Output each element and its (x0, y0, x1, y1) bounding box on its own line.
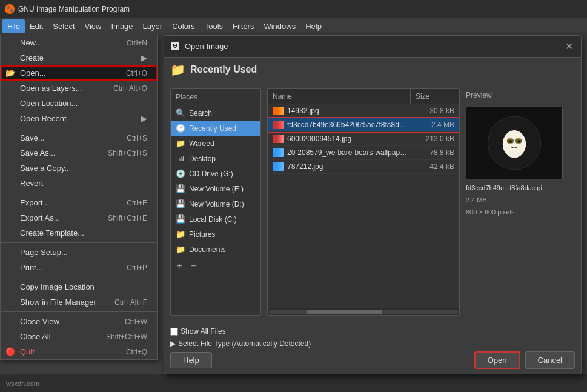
horizontal-scrollbar[interactable] (268, 308, 459, 315)
place-cd-drive[interactable]: 💿 CD Drive (G:) (171, 166, 260, 181)
dialog-close-button[interactable]: ✕ (563, 41, 575, 53)
menu-item-quit[interactable]: 🔴 Quit Ctrl+Q (1, 344, 157, 359)
menu-item-close-all[interactable]: Close All Shift+Ctrl+W (1, 329, 157, 344)
menu-item-open-location[interactable]: Open Location... (1, 96, 157, 111)
menu-item-create-template[interactable]: Create Template... (1, 225, 157, 241)
menu-view[interactable]: View (80, 19, 107, 33)
menu-edit[interactable]: Edit (25, 19, 48, 33)
files-list: 14932.jpg 30.8 kB fd3ccd7b49e366b4206f5a… (268, 104, 459, 308)
files-panel: Name Size 14932.jpg 30.8 kB fd3ccd7b49e3… (267, 88, 460, 316)
menu-item-export-as[interactable]: Export As... Shift+Ctrl+E (1, 210, 157, 225)
menu-item-close-view[interactable]: Close View Ctrl+W (1, 314, 157, 329)
dialog-action-buttons: Open Cancel (474, 351, 575, 369)
menu-item-create[interactable]: Create ▶ (1, 50, 157, 65)
file1-icon (273, 107, 284, 115)
menu-item-revert[interactable]: Revert (1, 176, 157, 191)
size-column-header: Size (411, 89, 459, 104)
svg-rect-7 (508, 139, 514, 143)
dialog-icon: 🖼 (170, 41, 180, 52)
pictures-icon: 📁 (176, 230, 185, 239)
file2-icon (273, 121, 284, 129)
file4-name: 20-208579_we-bare-bears-wallpaper-fre... (287, 148, 408, 157)
file2-size: 2.4 MB (412, 121, 454, 129)
file5-icon (273, 162, 284, 171)
file-item-4[interactable]: 20-208579_we-bare-bears-wallpaper-fre...… (268, 146, 459, 160)
menu-item-copy-image-location[interactable]: Copy Image Location (1, 279, 157, 294)
menu-item-page-setup[interactable]: Page Setup... (1, 245, 157, 260)
separator-3 (1, 242, 157, 243)
file-item-5[interactable]: 787212.jpg 42.4 kB (268, 160, 459, 174)
menu-windows[interactable]: Windows (259, 19, 300, 33)
show-all-files-option[interactable]: Show All Files (170, 327, 226, 336)
place-pictures[interactable]: 📁 Pictures (171, 227, 260, 242)
menu-item-open-layers[interactable]: Open as Layers... Ctrl+Alt+O (1, 81, 157, 96)
menu-filters[interactable]: Filters (228, 19, 259, 33)
menu-item-save-as[interactable]: Save As... Shift+Ctrl+S (1, 145, 157, 161)
menu-item-save-copy[interactable]: Save a Copy... (1, 161, 157, 176)
menu-tools[interactable]: Tools (200, 19, 228, 33)
add-place-button[interactable]: + (173, 260, 185, 272)
menu-image[interactable]: Image (106, 19, 138, 33)
file-dropdown-menu: New... Ctrl+N Create ▶ 📂 Open... Ctrl+O … (0, 35, 158, 360)
file-item-2[interactable]: fd3ccd7b49e366b4206f5ac7f8fa8dac.gif 2.4… (268, 118, 459, 132)
file3-name: 6000200094514.jpg (287, 135, 408, 143)
name-column-header: Name (268, 89, 411, 104)
menu-item-export[interactable]: Export... Ctrl+E (1, 195, 157, 210)
separator-4 (1, 277, 157, 277)
file3-size: 213.0 kB (412, 135, 454, 143)
menu-file[interactable]: File (2, 19, 25, 33)
open-button[interactable]: Open (474, 351, 520, 369)
place-recently-used[interactable]: 🕐 Recently Used (171, 121, 260, 136)
menu-colors[interactable]: Colors (167, 19, 200, 33)
dialog-bottom: Show All Files ▶ Select File Type (Autom… (164, 322, 581, 374)
app-title: GNU Image Manipulation Program (18, 5, 130, 13)
local-disk-icon: 💾 (176, 214, 185, 224)
menu-bar: File Edit Select View Image Layer Colors… (0, 18, 587, 35)
place-wareed[interactable]: 📁 Wareed (171, 136, 260, 151)
help-button[interactable]: Help (170, 352, 212, 368)
search-place-icon: 🔍 (176, 108, 185, 118)
recently-used-place-icon: 🕐 (176, 124, 185, 133)
documents-icon: 📁 (176, 245, 185, 254)
file1-name: 14932.jpg (287, 107, 408, 115)
preview-filename: fd3ccd7b49e...f8fa8dac.gi (466, 184, 575, 191)
place-new-volume-e[interactable]: 💾 New Volume (E:) (171, 181, 260, 196)
svg-rect-8 (516, 139, 522, 143)
place-search[interactable]: 🔍 Search (171, 105, 260, 121)
scrollbar-thumb (307, 310, 382, 314)
separator-1 (1, 128, 157, 128)
recently-used-header: 📁 Recently Used (164, 58, 581, 82)
show-all-files-label: Show All Files (181, 327, 226, 336)
separator-2 (1, 193, 157, 193)
file4-size: 78.8 kB (412, 148, 454, 157)
select-file-type-option[interactable]: ▶ Select File Type (Automatically Detect… (170, 339, 575, 348)
menu-help[interactable]: Help (300, 19, 327, 33)
preview-filesize: 2.4 MB (466, 196, 575, 204)
place-desktop[interactable]: 🖥 Desktop (171, 151, 260, 166)
show-all-files-checkbox[interactable] (170, 328, 178, 336)
scrollbar-track (269, 310, 458, 314)
file-item-1[interactable]: 14932.jpg 30.8 kB (268, 104, 459, 118)
menu-item-print[interactable]: Print... Ctrl+P (1, 260, 157, 275)
menu-item-open[interactable]: 📂 Open... Ctrl+O (1, 65, 157, 81)
place-documents[interactable]: 📁 Documents (171, 242, 260, 257)
cd-drive-icon: 💿 (176, 169, 185, 178)
dialog-title: Open Image (185, 42, 563, 51)
open-icon: 📂 (5, 68, 15, 78)
menu-select[interactable]: Select (48, 19, 79, 33)
place-local-disk[interactable]: 💾 Local Disk (C:) (171, 211, 260, 227)
open-image-dialog: 🖼 Open Image ✕ 📁 Recently Used Places 🔍 … (164, 35, 582, 374)
cancel-button[interactable]: Cancel (525, 351, 575, 369)
file-item-3[interactable]: 6000200094514.jpg 213.0 kB (268, 132, 459, 146)
app-icon: 🐾 (5, 4, 15, 14)
remove-place-button[interactable]: − (188, 260, 200, 272)
menu-layer[interactable]: Layer (138, 19, 168, 33)
wareed-icon: 📁 (176, 139, 185, 148)
menu-item-save[interactable]: Save... Ctrl+S (1, 130, 157, 145)
file4-icon (273, 148, 284, 157)
menu-item-show-in-file-manager[interactable]: Show in File Manager Ctrl+Alt+F (1, 294, 157, 310)
menu-item-open-recent[interactable]: Open Recent ▶ (1, 111, 157, 126)
dialog-options: Show All Files (170, 327, 575, 336)
menu-item-new[interactable]: New... Ctrl+N (1, 35, 157, 50)
place-new-volume-d[interactable]: 💾 New Volume (D:) (171, 196, 260, 211)
